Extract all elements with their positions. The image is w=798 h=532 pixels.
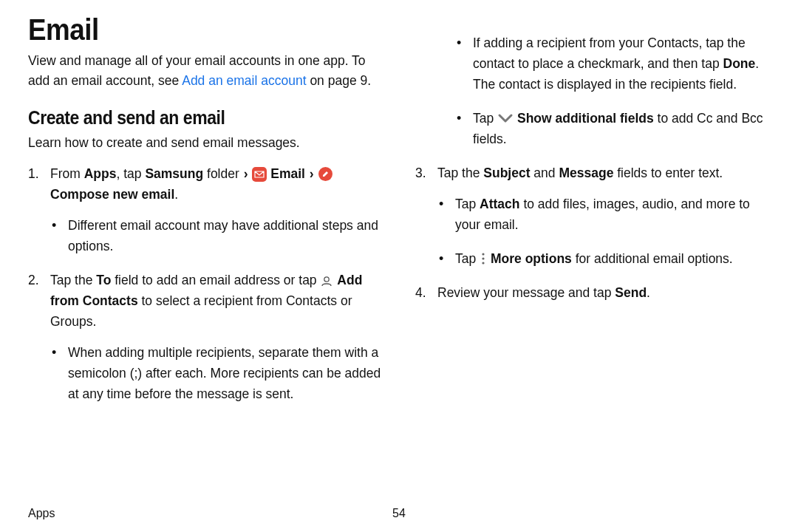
- footer-page-number: 54: [392, 507, 406, 520]
- step-1: From Apps, tap Samsung folder › Email › …: [28, 163, 383, 256]
- step2-bullet-show-fields: Tap Show additional fields to add Cc and…: [455, 108, 770, 149]
- t: Tap the: [437, 166, 483, 180]
- link-add-email-account[interactable]: Add an email account: [182, 73, 306, 88]
- step2-bullet-semicolon: When adding multiple recipients, separat…: [50, 342, 383, 404]
- steps-list: From Apps, tap Samsung folder › Email › …: [28, 163, 383, 404]
- bold-send: Send: [615, 285, 647, 300]
- step-2: Tap the To field to add an email address…: [28, 270, 383, 404]
- t: Tap: [455, 197, 480, 211]
- step-4: Review your message and tap Send.: [415, 282, 770, 303]
- bold-done: Done: [723, 56, 756, 71]
- t: folder: [203, 166, 243, 181]
- step2-sublist-col1: When adding multiple recipients, separat…: [50, 342, 383, 404]
- column-left: Email View and manage all of your email …: [28, 13, 383, 417]
- chevron-down-icon: [497, 112, 514, 124]
- t: If adding a recipient from your Contacts…: [473, 35, 746, 71]
- t: Tap the: [50, 273, 96, 287]
- step3-bullet-more-options: Tap More options for additional email op…: [437, 248, 770, 269]
- section-heading: Create and send an email: [28, 107, 355, 129]
- step3-sublist: Tap Attach to add files, images, audio, …: [437, 194, 770, 269]
- bold-attach: Attach: [480, 197, 519, 211]
- t: Review your message and tap: [437, 285, 615, 300]
- step2-sublist-col2: If adding a recipient from your Contacts…: [415, 33, 770, 149]
- bold-apps: Apps: [84, 166, 117, 181]
- column-offset: [415, 13, 770, 22]
- steps-list-continued: Tap the Subject and Message fields to en…: [415, 163, 770, 303]
- chevron-right-icon: ›: [244, 163, 248, 184]
- intro-text-2: on page 9.: [307, 73, 372, 88]
- document-page: Email View and manage all of your email …: [0, 0, 798, 532]
- bold-compose: Compose new email: [50, 187, 174, 202]
- t: for additional email options.: [572, 251, 733, 266]
- bold-more-options: More options: [491, 251, 572, 266]
- page-footer: Apps 54: [28, 507, 770, 520]
- t: .: [647, 285, 650, 300]
- svg-point-0: [324, 277, 329, 282]
- step2-bullet-contacts-done: If adding a recipient from your Contacts…: [455, 33, 770, 95]
- chevron-right-icon: ›: [310, 163, 314, 184]
- step3-text: Tap the Subject and Message fields to en…: [437, 166, 723, 180]
- bold-show-additional-fields: Show additional fields: [517, 111, 654, 126]
- bold-samsung: Samsung: [145, 166, 203, 181]
- t: fields to enter text.: [613, 166, 723, 180]
- step2-text: Tap the To field to add an email address…: [50, 273, 362, 329]
- bold-message: Message: [559, 166, 613, 180]
- column-right: If adding a recipient from your Contacts…: [415, 13, 770, 417]
- svg-point-1: [482, 253, 484, 256]
- step3-bullet-attach: Tap Attach to add files, images, audio, …: [437, 194, 770, 235]
- two-column-layout: Email View and manage all of your email …: [28, 13, 770, 417]
- t: , tap: [116, 166, 145, 181]
- bold-to: To: [96, 273, 111, 287]
- bold-email: Email: [270, 166, 305, 181]
- contact-icon: [320, 274, 333, 287]
- svg-point-3: [482, 262, 484, 265]
- step-3: Tap the Subject and Message fields to en…: [415, 163, 770, 269]
- svg-point-2: [482, 258, 484, 260]
- email-icon: [252, 167, 267, 182]
- t: field to add an email address or tap: [111, 273, 320, 287]
- t: and: [531, 166, 559, 180]
- bold-subject: Subject: [483, 166, 530, 180]
- step1-sublist: Different email account may have additio…: [50, 215, 383, 256]
- page-title: Email: [28, 13, 355, 47]
- t: Tap: [473, 111, 497, 126]
- t: Tap: [455, 251, 480, 266]
- more-options-icon: [480, 252, 487, 265]
- intro-paragraph: View and manage all of your email accoun…: [28, 51, 383, 91]
- footer-section-label: Apps: [28, 507, 55, 520]
- step1-bullet: Different email account may have additio…: [50, 215, 383, 256]
- section-subtitle: Learn how to create and send email messa…: [28, 133, 383, 153]
- t: .: [174, 187, 178, 202]
- compose-icon: [318, 167, 332, 181]
- t: From: [50, 166, 84, 181]
- step1-text: From Apps, tap Samsung folder › Email › …: [50, 166, 332, 202]
